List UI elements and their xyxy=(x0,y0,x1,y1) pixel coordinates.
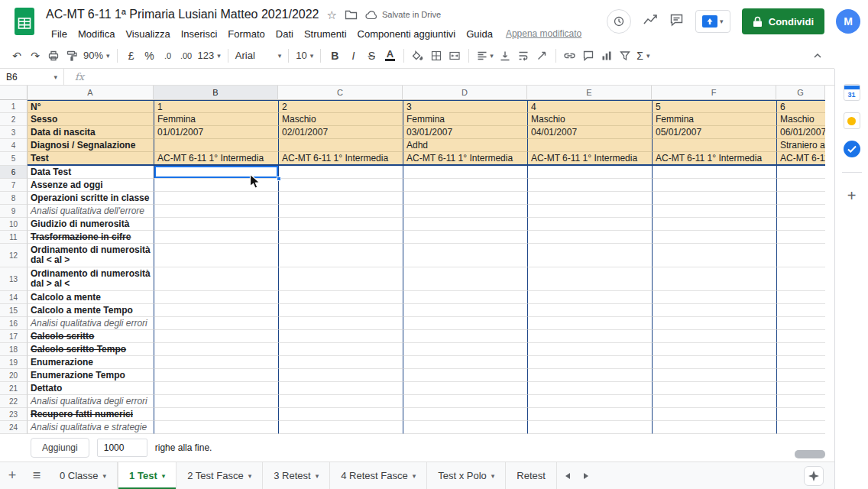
vertical-align-button[interactable] xyxy=(496,47,514,65)
cell-E12[interactable] xyxy=(527,244,652,267)
cell-D9[interactable] xyxy=(403,205,527,218)
cell-E17[interactable] xyxy=(527,330,652,343)
cell-C16[interactable] xyxy=(278,317,403,330)
cell-D14[interactable] xyxy=(403,291,527,304)
avatar[interactable]: M xyxy=(836,9,860,34)
cell-G21[interactable] xyxy=(776,382,825,395)
cell-G10[interactable] xyxy=(776,218,825,231)
cell-G18[interactable] xyxy=(776,343,825,356)
filter-button[interactable] xyxy=(616,47,634,65)
cell-G15[interactable] xyxy=(776,304,825,317)
strikethrough-button[interactable]: S xyxy=(362,47,381,65)
cell-F16[interactable] xyxy=(652,317,776,330)
cell-G14[interactable] xyxy=(776,291,825,304)
cell-D4[interactable]: Adhd xyxy=(403,139,527,152)
column-header-c[interactable]: C xyxy=(278,86,403,100)
menu-formato[interactable]: Formato xyxy=(222,27,270,41)
tasks-icon[interactable] xyxy=(844,141,860,157)
all-sheets-button[interactable]: ≡ xyxy=(24,462,49,489)
cell-G6[interactable] xyxy=(776,166,825,179)
fill-handle[interactable] xyxy=(277,176,281,181)
cell-E6[interactable] xyxy=(527,166,652,179)
cell-C5[interactable]: AC-MT 6-11 1° Intermedia xyxy=(278,152,403,166)
row-header-19[interactable]: 19 xyxy=(0,356,28,369)
cell-A3[interactable]: Data di nascita xyxy=(28,126,154,139)
functions-button[interactable]: Σ ▾ xyxy=(634,47,653,65)
keep-icon[interactable] xyxy=(844,112,860,129)
cell-B11[interactable] xyxy=(154,231,278,244)
cell-C20[interactable] xyxy=(278,369,403,382)
row-header-12[interactable]: 12 xyxy=(0,244,28,267)
get-add-ons-button[interactable]: + xyxy=(847,187,857,205)
cell-F23[interactable] xyxy=(652,408,776,421)
cell-D24[interactable] xyxy=(403,421,527,434)
cell-G12[interactable] xyxy=(776,244,825,267)
sheet-tab-menu-icon[interactable]: ▾ xyxy=(248,472,252,480)
cell-A10[interactable]: Giudizio di numerosità xyxy=(28,218,154,231)
tab-scroll-right-icon[interactable] xyxy=(583,472,589,480)
horizontal-align-button[interactable]: ▾ xyxy=(474,47,496,65)
cell-A15[interactable]: Calcolo a mente Tempo xyxy=(28,304,154,317)
sheet-tab-4-retest-fasce[interactable]: 4 Retest Fasce▾ xyxy=(330,462,427,489)
cell-E1[interactable]: 4 xyxy=(527,100,652,113)
cell-F7[interactable] xyxy=(652,179,776,192)
cell-E18[interactable] xyxy=(527,343,652,356)
column-header-b[interactable]: B xyxy=(154,86,278,100)
cell-A16[interactable]: Analisi qualitativa degli errori xyxy=(28,317,154,330)
sheet-tab-test-x-polo[interactable]: Test x Polo▾ xyxy=(427,462,506,489)
paint-format-button[interactable] xyxy=(63,47,81,65)
cell-B4[interactable] xyxy=(154,139,278,152)
cell-F20[interactable] xyxy=(652,369,776,382)
cell-A11[interactable]: Trasformazione in cifre xyxy=(28,231,154,244)
increase-decimal-button[interactable]: .00 xyxy=(177,47,196,65)
name-box[interactable]: B6 ▾ xyxy=(0,69,64,85)
row-header-6[interactable]: 6 xyxy=(0,166,28,179)
calendar-icon[interactable]: 31 xyxy=(844,84,860,101)
cell-A4[interactable]: Diagnosi / Segnalazione xyxy=(28,139,154,152)
cell-B20[interactable] xyxy=(154,369,278,382)
cell-C21[interactable] xyxy=(278,382,403,395)
redo-button[interactable]: ↷ xyxy=(26,47,44,65)
cell-D11[interactable] xyxy=(403,231,527,244)
cell-B18[interactable] xyxy=(154,343,278,356)
cell-B22[interactable] xyxy=(154,395,278,408)
cell-D2[interactable]: Femmina xyxy=(403,113,527,126)
cell-B12[interactable] xyxy=(154,244,278,267)
cell-D16[interactable] xyxy=(403,317,527,330)
print-button[interactable] xyxy=(44,47,63,65)
insert-chart-button[interactable] xyxy=(598,47,616,65)
cell-E22[interactable] xyxy=(527,395,652,408)
cell-C8[interactable] xyxy=(278,192,403,205)
cell-B23[interactable] xyxy=(154,408,278,421)
cell-G17[interactable] xyxy=(776,330,825,343)
cell-C17[interactable] xyxy=(278,330,403,343)
cell-G5[interactable]: AC-MT 6-11 1° Intermedia xyxy=(776,152,825,166)
currency-format-button[interactable]: £ xyxy=(122,47,141,65)
row-header-17[interactable]: 17 xyxy=(0,330,28,343)
bold-button[interactable]: B xyxy=(326,47,344,65)
row-header-16[interactable]: 16 xyxy=(0,317,28,330)
cell-A17[interactable]: Calcolo scritto xyxy=(28,330,154,343)
cell-C3[interactable]: 02/01/2007 xyxy=(278,126,403,139)
cell-E8[interactable] xyxy=(527,192,652,205)
cell-F10[interactable] xyxy=(652,218,776,231)
sheet-tab-1-test[interactable]: 1 Test▾ xyxy=(118,462,177,489)
menu-guida[interactable]: Guida xyxy=(461,27,498,41)
cell-A22[interactable]: Analisi qualitativa degli errori xyxy=(28,395,154,408)
cell-D8[interactable] xyxy=(403,192,527,205)
cell-B9[interactable] xyxy=(154,205,278,218)
cell-G23[interactable] xyxy=(776,408,825,421)
column-header-f[interactable]: F xyxy=(652,86,776,100)
share-button[interactable]: Condividi xyxy=(742,8,824,34)
cell-E2[interactable]: Maschio xyxy=(527,113,652,126)
cell-C7[interactable] xyxy=(278,179,403,192)
cell-E14[interactable] xyxy=(527,291,652,304)
row-header-13[interactable]: 13 xyxy=(0,267,28,291)
cell-G3[interactable]: 06/01/2007 xyxy=(776,126,825,139)
cell-C11[interactable] xyxy=(278,231,403,244)
cell-A20[interactable]: Enumerazione Tempo xyxy=(28,369,154,382)
cell-E13[interactable] xyxy=(527,267,652,291)
cell-E4[interactable] xyxy=(527,139,652,152)
menu-strumenti[interactable]: Strumenti xyxy=(299,27,352,41)
row-header-11[interactable]: 11 xyxy=(0,231,28,244)
